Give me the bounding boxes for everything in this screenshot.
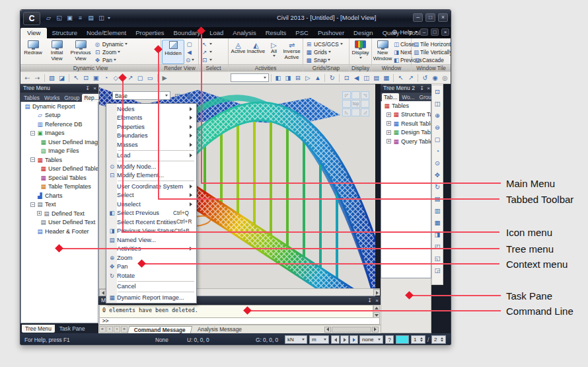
inverse-active-button[interactable]: ⇌Inverse Active xyxy=(283,40,301,60)
page-current-stepper[interactable]: 1 xyxy=(411,335,425,344)
last-tab-icon[interactable]: » xyxy=(121,326,128,333)
named-view-icon[interactable]: ◱ xyxy=(433,253,442,264)
activate-all-icon[interactable]: ▲ xyxy=(312,73,322,83)
tab-properties[interactable]: Properties xyxy=(131,28,168,38)
tree-item-table-templates[interactable]: ▦Table Templates xyxy=(21,183,98,192)
minimize-button[interactable]: – xyxy=(413,13,423,22)
tree-item-tables[interactable]: −▦Tables xyxy=(21,155,98,165)
tab-view[interactable]: View xyxy=(20,28,47,38)
scroll-down-icon[interactable] xyxy=(373,312,380,318)
first-tab-icon[interactable]: « xyxy=(99,326,106,333)
selection-name-combo[interactable] xyxy=(231,73,269,82)
save-view-icon[interactable]: ◫ xyxy=(172,91,182,101)
tree-item-image-files[interactable]: ▨Image Files xyxy=(21,147,98,156)
pin-icon[interactable]: ↧ xyxy=(85,84,90,93)
unit-next-icon[interactable] xyxy=(340,335,349,344)
close-icon[interactable]: × xyxy=(375,296,379,305)
close-icon[interactable]: × xyxy=(427,84,430,93)
menu-item-nodes[interactable]: Nodes xyxy=(107,104,196,114)
options-icon[interactable]: ≡ xyxy=(76,13,85,22)
zoom-in-icon[interactable]: ⊕ xyxy=(433,110,442,121)
scroll-right-icon[interactable] xyxy=(373,289,381,296)
shading-button[interactable]: ◀ xyxy=(186,48,194,56)
length-unit-combo[interactable]: m xyxy=(309,335,329,344)
tab-tree-menu[interactable]: Tree Menu xyxy=(22,325,55,333)
zoom-out-icon[interactable]: ⊖ xyxy=(433,122,442,133)
menu-item-rotate[interactable]: ↻Rotate xyxy=(107,271,196,280)
tab-tables[interactable]: Tables xyxy=(22,94,42,102)
tree-menu-2-header[interactable]: Tree Menu 2 ↧ × xyxy=(381,84,431,93)
select-intersect-icon[interactable]: ◫ xyxy=(433,99,442,109)
select-window-icon[interactable]: ⊡ xyxy=(81,73,91,83)
walk-through-icon[interactable]: ◰ xyxy=(433,241,442,252)
node-pick-icon[interactable]: ↖ xyxy=(396,73,406,83)
tab-results[interactable]: Results xyxy=(261,28,291,38)
cascade-button[interactable]: ◫Cascade xyxy=(414,56,449,63)
tree-item-result-tables[interactable]: +▦Result Tables xyxy=(381,119,431,128)
tree-item-special-tables[interactable]: ▦Special Tables xyxy=(21,173,98,183)
prev-tab-icon[interactable]: ‹ xyxy=(106,326,113,333)
gear-icon[interactable]: ⊛ xyxy=(392,28,397,36)
select-window-icon[interactable]: ⊡ xyxy=(433,87,442,97)
tab-pushover[interactable]: Pushover xyxy=(313,28,349,38)
view-corner-icon[interactable]: ◿ xyxy=(361,108,369,116)
lock-open-icon[interactable]: ◉ xyxy=(430,73,440,83)
refresh-icon[interactable]: ↺ xyxy=(420,73,430,83)
unselect-window-icon[interactable]: ▢ xyxy=(135,73,145,83)
select-circle-icon[interactable]: ◔ xyxy=(101,73,111,83)
select-by-list-icon[interactable]: ◪ xyxy=(57,73,67,83)
pointer-icon[interactable]: ▶ xyxy=(160,73,170,83)
view-down-button[interactable] xyxy=(351,108,360,116)
delete-view-icon[interactable]: ▦ xyxy=(184,91,194,101)
hidden-view-icon[interactable]: ◫ xyxy=(361,73,371,83)
menu-item-load[interactable]: Load xyxy=(107,151,196,161)
expand-icon[interactable]: + xyxy=(386,112,391,117)
pin-icon[interactable]: ↧ xyxy=(420,84,424,93)
lock-closed-icon[interactable]: ◎ xyxy=(440,73,450,83)
menu-item-elements[interactable]: Elements xyxy=(107,114,196,123)
command-line-output[interactable]: 0 elements have been deleted. xyxy=(99,305,380,318)
close-window-button[interactable]: ◫Close xyxy=(394,40,409,48)
tree-item-query-tables[interactable]: +▦Query Tables xyxy=(381,137,431,146)
select-all-icon[interactable]: ▣ xyxy=(91,73,101,83)
unit-prev-icon[interactable] xyxy=(331,335,340,344)
tab-psc[interactable]: PSC xyxy=(291,28,313,38)
unselect-all-icon[interactable]: ▭ xyxy=(145,73,155,83)
element-pick-icon[interactable]: ↗ xyxy=(406,73,416,83)
view-up-button[interactable] xyxy=(351,91,360,99)
all-button[interactable]: ▷All xyxy=(265,40,283,60)
ucs-icon[interactable]: ⊞ xyxy=(100,91,110,101)
tree-item-text[interactable]: −▤Text xyxy=(21,200,98,210)
selection-mode-combo[interactable]: none xyxy=(359,335,383,344)
force-unit-combo[interactable]: kN xyxy=(285,335,307,344)
save-icon[interactable]: ▣ xyxy=(65,13,74,22)
new-file-icon[interactable]: ▱ xyxy=(44,13,53,22)
message-scrollbar[interactable] xyxy=(373,305,380,318)
grids-button[interactable]: ▦Grids xyxy=(305,48,346,56)
menu-item-modify-element[interactable]: ⊡Modify Element... xyxy=(107,171,196,181)
menu-item-modify-node[interactable]: ⊙Modify Node... xyxy=(107,162,196,171)
menu-item-select-recent-entities[interactable]: Select Recent EntitiesCtrl+R xyxy=(107,218,196,227)
previous-window-button[interactable]: ◧Previous xyxy=(394,56,409,63)
help-caret-icon[interactable] xyxy=(415,31,418,33)
tree-item-structure-tables[interactable]: +▦Structure Tables xyxy=(381,110,431,120)
capture-icon[interactable]: ◫ xyxy=(97,13,106,22)
view-top-icon[interactable]: ▥ xyxy=(433,206,442,216)
select-plane-icon[interactable]: ⊟ xyxy=(293,73,303,83)
dynamic-zoom-icon[interactable]: ⊙ xyxy=(433,158,442,169)
expand-icon[interactable]: + xyxy=(386,130,391,135)
next-tab-icon[interactable]: › xyxy=(114,326,120,333)
qat-dropdown-caret[interactable] xyxy=(108,17,110,19)
tab-group[interactable]: Group xyxy=(62,94,81,102)
zoom-button[interactable]: ⊡Zoom xyxy=(94,48,128,56)
title-bar[interactable]: C ▱ ◱ ▣ ≡ ▤ ◫ Civil 2013 - [Untitled] - … xyxy=(20,10,451,27)
tree-item-tables[interactable]: ▦Tables xyxy=(381,101,431,110)
tile-vertically-button[interactable]: ▥Tile Vertically xyxy=(414,48,449,56)
tab-structure[interactable]: Structure xyxy=(47,28,82,38)
inactive-button[interactable]: ◭Inactive xyxy=(247,40,265,60)
menu-item-select-previous[interactable]: ◧Select PreviousCtrl+Q xyxy=(107,209,196,218)
zoom-fit-icon[interactable]: ◔ xyxy=(433,146,442,157)
menu-item-named-view[interactable]: ▤Named View... xyxy=(107,235,196,245)
unselect-single-icon[interactable]: ↗ xyxy=(126,73,135,83)
select-window-button[interactable]: ↗ xyxy=(201,48,225,56)
